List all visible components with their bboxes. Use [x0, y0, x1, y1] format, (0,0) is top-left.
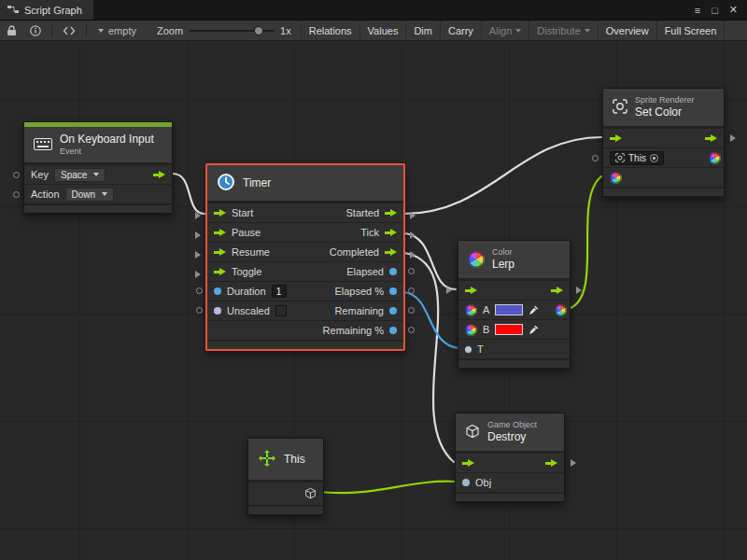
flow-out-ext-port[interactable]	[571, 459, 576, 467]
lock-icon[interactable]	[0, 21, 23, 40]
elapsed-ext-port[interactable]	[408, 268, 415, 274]
fullscreen-button[interactable]: Full Screen	[656, 21, 726, 40]
flow-out-port[interactable]	[705, 134, 717, 143]
b-color-swatch[interactable]	[495, 324, 523, 335]
started-ext-port[interactable]	[410, 212, 416, 219]
values-button[interactable]: Values	[359, 21, 406, 40]
elapsed-pct-ext-port[interactable]	[408, 287, 415, 294]
resume-ext-port[interactable]	[195, 251, 201, 259]
eyedropper-icon[interactable]	[529, 305, 539, 315]
eyedropper-icon[interactable]	[529, 325, 539, 335]
node-header[interactable]: Game Object Destroy	[456, 413, 564, 451]
action-ext-port[interactable]	[13, 191, 20, 198]
overview-button[interactable]: Overview	[598, 21, 656, 40]
t-port[interactable]	[465, 346, 472, 353]
completed-port[interactable]	[385, 248, 397, 257]
flow-in-port[interactable]	[610, 134, 622, 143]
flow-out-port[interactable]	[545, 459, 557, 468]
started-port[interactable]	[385, 209, 397, 217]
lerp-result-port[interactable]	[555, 304, 567, 316]
node-destroy[interactable]: Game Object Destroy Obj	[455, 413, 565, 502]
remaining-pct-port[interactable]	[389, 327, 397, 334]
zoom-slider-handle[interactable]	[254, 26, 263, 35]
node-header[interactable]: Color Lerp	[458, 241, 570, 278]
start-ext-port[interactable]	[195, 212, 201, 219]
flow-out-ext-port[interactable]	[730, 134, 736, 142]
action-dropdown[interactable]: Down	[65, 188, 115, 202]
flow-out-ext-port[interactable]	[576, 287, 582, 294]
button-label: Values	[368, 25, 399, 36]
completed-ext-port[interactable]	[410, 251, 416, 259]
color-out-port[interactable]	[709, 152, 721, 164]
flow-in-ext-port[interactable]	[446, 287, 452, 294]
timer-row: Unscaled Remaining	[207, 301, 403, 320]
gameobject-out-port[interactable]	[304, 487, 317, 501]
toggle-ext-port[interactable]	[195, 271, 201, 278]
unscaled-port[interactable]	[214, 307, 221, 315]
window-menu-icon[interactable]: ≡	[695, 5, 700, 16]
tick-port[interactable]	[385, 229, 397, 237]
node-body: Obj	[456, 451, 564, 492]
node-color-lerp[interactable]: Color Lerp A	[458, 240, 571, 369]
node-this[interactable]: This	[247, 438, 324, 515]
node-timer[interactable]: Timer Start Started Pause Tick Resume Co…	[205, 163, 405, 351]
distribute-button[interactable]: Distribute	[529, 21, 597, 40]
a-color-port[interactable]	[465, 304, 477, 316]
timer-row: Resume Completed	[207, 243, 403, 261]
align-button[interactable]: Align	[481, 21, 529, 40]
color-in-port[interactable]	[610, 172, 622, 184]
obj-port[interactable]	[462, 479, 470, 486]
b-color-port[interactable]	[465, 324, 477, 336]
button-label: Full Screen	[665, 25, 717, 36]
key-ext-port[interactable]	[13, 172, 20, 178]
duration-input[interactable]: 1	[272, 285, 287, 298]
elapsed-pct-port[interactable]	[389, 287, 397, 295]
a-color-swatch[interactable]	[495, 304, 523, 315]
start-port[interactable]	[214, 209, 226, 217]
node-set-color[interactable]: Sprite Renderer Set Color This	[602, 88, 725, 197]
flow-in-port[interactable]	[465, 287, 477, 295]
graph-canvas[interactable]: On Keyboard Input Event Key Space Action	[0, 42, 747, 560]
info-icon[interactable]	[23, 21, 48, 40]
event-flow-out-port[interactable]	[153, 171, 165, 179]
graph-breadcrumb[interactable]: empty	[91, 25, 144, 36]
pause-ext-port[interactable]	[195, 231, 201, 239]
carry-button[interactable]: Carry	[440, 21, 481, 40]
toggle-port[interactable]	[214, 268, 226, 276]
resume-port[interactable]	[214, 248, 226, 257]
key-dropdown[interactable]: Space	[54, 168, 106, 182]
window-close-icon[interactable]: ✕	[729, 4, 738, 16]
remaining-pct-ext-port[interactable]	[408, 327, 415, 333]
pause-port[interactable]	[214, 229, 226, 237]
node-on-keyboard-input[interactable]: On Keyboard Input Event Key Space Action	[23, 121, 173, 214]
target-object-field[interactable]: This	[610, 151, 664, 165]
zoom-slider[interactable]	[189, 24, 275, 37]
duration-port[interactable]	[214, 287, 221, 295]
object-picker-icon[interactable]	[650, 154, 658, 162]
action-value: Down	[72, 189, 96, 200]
node-body: Key Space Action Down	[24, 162, 172, 203]
node-header[interactable]: This	[248, 439, 323, 480]
code-icon[interactable]	[56, 21, 82, 40]
flow-row	[456, 454, 564, 472]
elapsed-port[interactable]	[389, 268, 397, 275]
flow-out-port[interactable]	[551, 287, 563, 295]
flow-in-port[interactable]	[462, 459, 474, 468]
node-header[interactable]: Timer	[207, 165, 403, 201]
dim-button[interactable]: Dim	[405, 21, 440, 40]
tick-ext-port[interactable]	[410, 231, 416, 239]
duration-ext-port[interactable]	[196, 287, 203, 294]
node-category: Sprite Renderer	[635, 95, 695, 105]
target-ext-port[interactable]	[592, 155, 599, 161]
unscaled-checkbox[interactable]	[275, 305, 287, 316]
port-label: Elapsed	[346, 266, 384, 277]
window-maximize-icon[interactable]: □	[712, 5, 718, 16]
tab-script-graph[interactable]: Script Graph	[0, 0, 93, 20]
remaining-ext-port[interactable]	[408, 307, 415, 314]
toolbar-separator	[51, 24, 52, 37]
remaining-port[interactable]	[389, 307, 397, 315]
node-header[interactable]: On Keyboard Input Event	[24, 127, 172, 162]
node-header[interactable]: Sprite Renderer Set Color	[603, 89, 724, 126]
relations-button[interactable]: Relations	[301, 21, 359, 40]
unscaled-ext-port[interactable]	[196, 307, 203, 314]
